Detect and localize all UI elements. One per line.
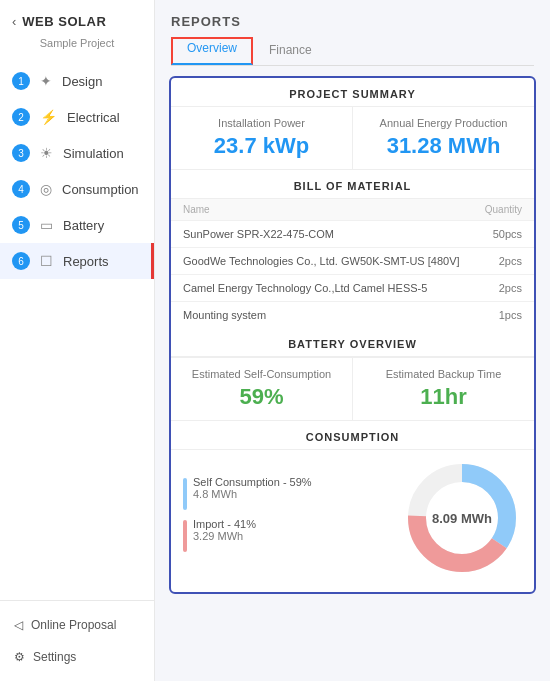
nav-icon-simulation: ☀ xyxy=(40,145,53,161)
footer-icon: ⚙ xyxy=(14,650,25,664)
back-icon[interactable]: ‹ xyxy=(12,14,16,29)
nav-label-simulation: Simulation xyxy=(63,146,124,161)
bom-item-name: SunPower SPR-X22-475-COM xyxy=(171,221,473,248)
nav-icon-design: ✦ xyxy=(40,73,52,89)
legend-bar xyxy=(183,478,187,510)
consumption-inner: Self Consumption - 59% 4.8 MWh Import - … xyxy=(183,458,522,578)
footer-label: Settings xyxy=(33,650,76,664)
installation-power-value: 23.7 kWp xyxy=(179,133,344,159)
legend-item: Self Consumption - 59% 4.8 MWh xyxy=(183,476,392,510)
backup-time-value: 11hr xyxy=(361,384,526,410)
tabs: OverviewFinance xyxy=(171,37,534,66)
legend-value: 4.8 MWh xyxy=(193,488,312,500)
nav-label-consumption: Consumption xyxy=(62,182,139,197)
consumption-section: Self Consumption - 59% 4.8 MWh Import - … xyxy=(171,450,534,592)
bom-title: BILL OF MATERIAL xyxy=(171,170,534,199)
bom-item-qty: 50pcs xyxy=(473,221,534,248)
installation-power-cell: Installation Power 23.7 kWp xyxy=(171,107,353,169)
battery-overview-title: BATTERY OVERVIEW xyxy=(171,328,534,357)
self-consumption-value: 59% xyxy=(179,384,344,410)
sidebar-item-battery[interactable]: 5 ▭ Battery xyxy=(0,207,154,243)
tab-overview[interactable]: Overview xyxy=(171,37,253,65)
annual-energy-cell: Annual Energy Production 31.28 MWh xyxy=(353,107,534,169)
nav-label-design: Design xyxy=(62,74,102,89)
page-header: REPORTS OverviewFinance xyxy=(155,0,550,66)
legend-bar xyxy=(183,520,187,552)
bom-item-qty: 2pcs xyxy=(473,275,534,302)
backup-time-label: Estimated Backup Time xyxy=(361,368,526,380)
legend-item: Import - 41% 3.29 MWh xyxy=(183,518,392,552)
page-title: REPORTS xyxy=(171,14,534,29)
self-consumption-label: Estimated Self-Consumption xyxy=(179,368,344,380)
sidebar-item-design[interactable]: 1 ✦ Design xyxy=(0,63,154,99)
sidebar-footer: ◁ Online Proposal ⚙ Settings xyxy=(0,600,154,681)
report-card: PROJECT SUMMARY Installation Power 23.7 … xyxy=(169,76,536,594)
nav-label-battery: Battery xyxy=(63,218,104,233)
annual-energy-value: 31.28 MWh xyxy=(361,133,526,159)
sidebar-header: ‹ WEB SOLAR xyxy=(0,0,154,37)
installation-power-label: Installation Power xyxy=(179,117,344,129)
self-consumption-cell: Estimated Self-Consumption 59% xyxy=(171,358,353,420)
sidebar-item-simulation[interactable]: 3 ☀ Simulation xyxy=(0,135,154,171)
project-summary-title: PROJECT SUMMARY xyxy=(171,78,534,107)
project-label: Sample Project xyxy=(0,37,154,59)
consumption-legend: Self Consumption - 59% 4.8 MWh Import - … xyxy=(183,476,392,560)
backup-time-cell: Estimated Backup Time 11hr xyxy=(353,358,534,420)
table-row: Camel Energy Technology Co.,Ltd Camel HE… xyxy=(171,275,534,302)
bom-col-qty: Quantity xyxy=(473,199,534,221)
annual-energy-label: Annual Energy Production xyxy=(361,117,526,129)
nav-badge-1: 1 xyxy=(12,72,30,90)
table-row: GoodWe Technologies Co., Ltd. GW50K-SMT-… xyxy=(171,248,534,275)
nav-badge-5: 5 xyxy=(12,216,30,234)
nav-icon-electrical: ⚡ xyxy=(40,109,57,125)
legend-value: 3.29 MWh xyxy=(193,530,256,542)
bom-item-qty: 2pcs xyxy=(473,248,534,275)
nav-icon-consumption: ◎ xyxy=(40,181,52,197)
bom-item-name: GoodWe Technologies Co., Ltd. GW50K-SMT-… xyxy=(171,248,473,275)
nav-icon-reports: ☐ xyxy=(40,253,53,269)
main-content: REPORTS OverviewFinance PROJECT SUMMARY … xyxy=(155,0,550,681)
nav-badge-2: 2 xyxy=(12,108,30,126)
table-row: SunPower SPR-X22-475-COM 50pcs xyxy=(171,221,534,248)
legend-text: Import - 41% xyxy=(193,518,256,530)
bom-table: Name Quantity SunPower SPR-X22-475-COM 5… xyxy=(171,199,534,328)
footer-item-online-proposal[interactable]: ◁ Online Proposal xyxy=(0,609,154,641)
donut-chart: 8.09 MWh xyxy=(402,458,522,578)
footer-icon: ◁ xyxy=(14,618,23,632)
sidebar-nav: 1 ✦ Design 2 ⚡ Electrical 3 ☀ Simulation… xyxy=(0,59,154,600)
app-title: WEB SOLAR xyxy=(22,14,106,29)
consumption-title: CONSUMPTION xyxy=(171,421,534,450)
table-row: Mounting system 1pcs xyxy=(171,302,534,329)
bom-item-name: Camel Energy Technology Co.,Ltd Camel HE… xyxy=(171,275,473,302)
bom-col-name: Name xyxy=(171,199,473,221)
donut-label: 8.09 MWh xyxy=(432,511,492,526)
nav-label-reports: Reports xyxy=(63,254,109,269)
project-summary-row: Installation Power 23.7 kWp Annual Energ… xyxy=(171,107,534,170)
bom-item-qty: 1pcs xyxy=(473,302,534,329)
tab-finance[interactable]: Finance xyxy=(253,37,328,65)
footer-label: Online Proposal xyxy=(31,618,116,632)
sidebar-item-reports[interactable]: 6 ☐ Reports xyxy=(0,243,154,279)
sidebar-item-electrical[interactable]: 2 ⚡ Electrical xyxy=(0,99,154,135)
battery-overview-row: Estimated Self-Consumption 59% Estimated… xyxy=(171,357,534,421)
nav-badge-6: 6 xyxy=(12,252,30,270)
footer-item-settings[interactable]: ⚙ Settings xyxy=(0,641,154,673)
bom-item-name: Mounting system xyxy=(171,302,473,329)
sidebar-item-consumption[interactable]: 4 ◎ Consumption xyxy=(0,171,154,207)
nav-badge-4: 4 xyxy=(12,180,30,198)
legend-text: Self Consumption - 59% xyxy=(193,476,312,488)
nav-badge-3: 3 xyxy=(12,144,30,162)
sidebar: ‹ WEB SOLAR Sample Project 1 ✦ Design 2 … xyxy=(0,0,155,681)
nav-label-electrical: Electrical xyxy=(67,110,120,125)
nav-icon-battery: ▭ xyxy=(40,217,53,233)
